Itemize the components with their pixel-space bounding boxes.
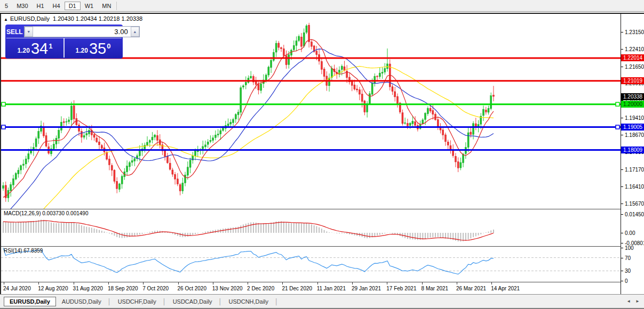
axis-tick-mark [621,32,623,32]
chart-panes: ▲EURUSD,Daily 1.20430 1.20434 1.20218 1.… [0,14,621,309]
timeframe-button-d1[interactable]: D1 [65,2,81,10]
axis-price-label: 0.014509 [625,212,644,217]
axis-tick-mark [621,258,623,258]
timeframe-button-w1[interactable]: W1 [81,2,98,10]
date-tick-mark [422,282,423,284]
rsi-label: RSI(14) 67.8359 [4,248,43,254]
date-label: 14 Apr 2021 [491,286,520,291]
axis-price-label: 0.00 [625,230,635,236]
buy-price-base: 1.20 [76,47,88,54]
tab-scroll-right-icon[interactable]: ► [635,299,640,304]
macd-name: MACD(12,26,9) [4,210,41,216]
line-price-badge: 1.20000 [621,101,644,108]
line-price-badge: 1.19005 [621,124,644,131]
date-tick-mark [317,282,318,284]
mt5-terminal: 5M30H1H4D1W1MN ▲EURUSD,Daily 1.20430 1.2… [0,0,644,309]
volume-increase-button[interactable]: ▲ [131,27,139,37]
date-label: 29 Jan 2021 [352,286,381,291]
axis-tick-mark [621,49,623,50]
axis-price-label: 1.16410 [625,184,644,190]
one-click-trading-panel: SELL ▼ ▲ BUY [5,25,123,59]
timeframe-button-h1[interactable]: H1 [33,2,49,10]
axis-tick-mark [621,243,623,243]
trade-panel-top-row: SELL ▼ ▲ BUY [6,26,122,38]
date-tick-mark [143,282,144,284]
axis-price-label: 100 [625,245,634,251]
axis-tick-mark [621,248,623,248]
date-label: 12 Aug 2020 [38,286,68,291]
collapse-panel-arrow-icon[interactable]: ▲ [4,17,8,22]
tab-separator: │ [274,298,279,305]
date-tick-mark [387,282,387,284]
price-axis[interactable]: 1.231501.224101.216501.209101.201701.194… [621,14,644,294]
date-label: 7 Oct 2020 [142,286,169,291]
tab-separator: │ [107,298,112,305]
buy-price-display[interactable]: 1.20350 [63,38,122,58]
axis-price-label: 30 [625,268,631,274]
tab-separator: │ [218,298,223,305]
axis-price-label: 1.18670 [625,132,644,138]
line-price-badge: 1.21019 [621,77,644,84]
date-tick-mark [74,282,74,284]
axis-price-label: 0 [625,278,628,284]
chart-ohlc-values: 1.20430 1.20434 1.20218 1.20338 [53,15,142,22]
date-label: 17 Feb 2021 [386,286,416,291]
up-arrow-icon: ▲ [133,30,137,34]
macd-signal-value: 0.001490 [66,210,89,216]
date-tick-mark [282,282,283,284]
chart-tab-audusd[interactable]: AUDUSD,Daily [56,297,107,306]
date-axis[interactable]: 24 Jul 202012 Aug 202031 Aug 202018 Sep … [1,282,622,294]
chart-symbol-period: EURUSD,Daily [10,15,50,22]
axis-price-label: 70 [625,255,631,261]
date-tick-mark [178,282,179,284]
date-label: 18 Sep 2020 [108,286,138,291]
volume-stepper: ▼ ▲ [24,26,140,37]
timeframe-button-h4[interactable]: H4 [49,2,65,10]
line-price-badge: 1.18009 [621,147,644,153]
chart-tab-usdcad[interactable]: USDCAD,Daily [167,297,218,306]
sell-price-base: 1.20 [18,47,30,54]
toolbar-separator [116,2,117,10]
axis-tick-mark [621,281,623,281]
date-tick-mark [4,282,4,284]
volume-decrease-button[interactable]: ▼ [25,27,33,37]
date-label: 26 Oct 2020 [178,286,206,291]
axis-tick-mark [621,186,623,187]
axis-price-label: 1.15670 [625,201,644,207]
buy-button[interactable]: BUY [141,26,154,38]
date-label: 31 Aug 2020 [73,286,103,291]
tab-scroll-left-icon[interactable]: ◄ [626,299,631,304]
macd-indicator-chart[interactable] [1,209,621,246]
axis-tick-mark [621,214,623,215]
axis-tick-mark [621,204,623,204]
timeframe-button-5[interactable]: 5 [1,2,12,10]
tab-separator: │ [162,298,167,305]
chart-tab-eurusd[interactable]: EURUSD,Daily [4,297,56,306]
date-label: 8 Mar 2021 [422,286,449,291]
sell-button[interactable]: SELL [6,26,23,38]
line-price-badge: 1.22014 [621,54,644,61]
volume-input[interactable] [33,27,131,37]
date-label: 13 Nov 2020 [212,286,243,291]
rsi-indicator-chart[interactable] [1,247,621,282]
axis-price-label: 1.23150 [625,29,644,35]
date-label: 2 Dec 2020 [247,286,274,291]
macd-main-value: 0.003730 [42,210,65,216]
date-tick-mark [38,282,39,284]
date-label: 24 Jul 2020 [3,286,31,291]
rsi-name: RSI(14) [4,248,22,254]
axis-tick-mark [621,169,623,170]
timeframe-button-mn[interactable]: MN [98,2,115,10]
sell-price-display[interactable]: 1.20341 [6,38,63,58]
timeframe-toolbar: 5M30H1H4D1W1MN [0,0,644,12]
timeframe-button-m30[interactable]: M30 [12,2,32,10]
chart-tab-usdchf[interactable]: USDCHF,Daily [112,297,162,306]
chart-tab-usdcnh[interactable]: USDCNH,Daily [222,297,274,306]
date-label: 11 Jan 2021 [317,286,346,291]
date-tick-mark [108,282,109,284]
down-arrow-icon: ▼ [27,30,30,34]
date-tick-mark [248,282,248,284]
buy-button-label: BUY [141,28,154,36]
macd-label: MACD(12,26,9) 0.003730 0.001490 [4,210,88,216]
buy-price-pips: 35 [89,41,106,56]
